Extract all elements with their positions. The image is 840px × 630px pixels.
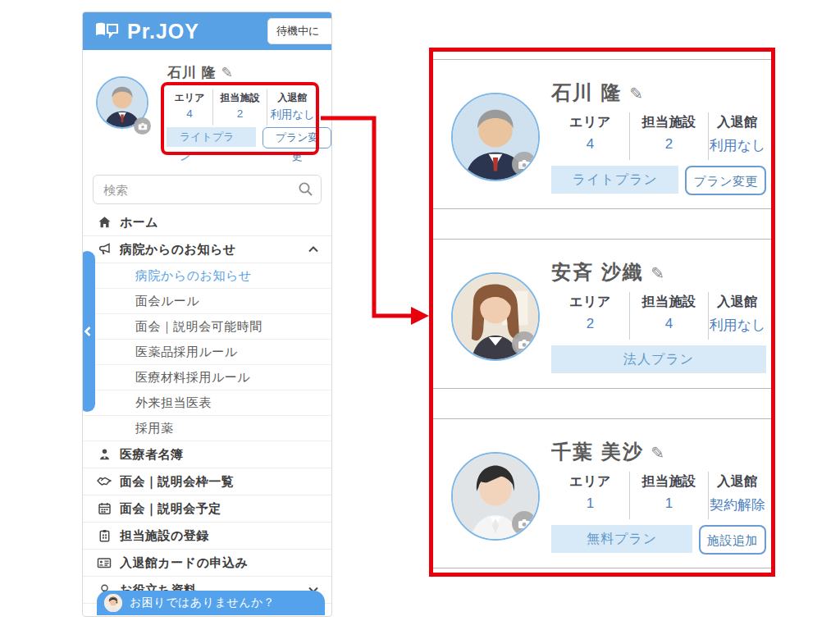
profile-name: 石川 隆 ✎: [167, 63, 234, 82]
sidebar-item-meeting-schedule[interactable]: 面会｜説明会予定: [83, 495, 331, 523]
camera-icon[interactable]: [134, 117, 151, 135]
chevron-up-icon: [307, 244, 320, 254]
submenu-hospital-news[interactable]: 病院からのお知らせ: [83, 263, 331, 289]
sidebar-item-hospital-news[interactable]: 病院からのお知らせ: [83, 236, 331, 263]
stat-area: エリア 4: [167, 89, 212, 126]
support-agent-avatar: [104, 594, 122, 612]
card-stats: エリア 1 担当施設 1 入退館 契約解除: [551, 472, 766, 519]
add-facility-button[interactable]: 施設追加: [699, 525, 766, 555]
submenu-outpatient-doctors[interactable]: 外来担当医表: [83, 390, 331, 416]
card-name: 安斉 沙織 ✎: [551, 259, 666, 285]
stat-entry: 入退館 利用なし: [708, 292, 766, 340]
camera-icon[interactable]: [512, 511, 536, 536]
id-card-icon: [97, 556, 112, 569]
stat-area: エリア 4: [551, 112, 629, 160]
search-row: [93, 175, 322, 204]
submenu-visit-hours[interactable]: 面会｜説明会可能時間: [83, 314, 331, 340]
card-stats: エリア 2 担当施設 4 入退館 利用なし: [551, 292, 766, 340]
stat-facilities: 担当施設 1: [629, 472, 708, 519]
profile-card-chiba: 千葉 美沙 ✎ エリア 1 担当施設 1 入退館 契約解除 無料プラン: [433, 418, 771, 568]
camera-icon[interactable]: [512, 152, 536, 176]
card-name: 石川 隆 ✎: [551, 80, 645, 106]
sidebar-item-medical-staff[interactable]: 医療者名簿: [83, 441, 331, 468]
submenu-drug-rules[interactable]: 医薬品採用ルール: [83, 340, 331, 365]
submenu-material-rules[interactable]: 医療材料採用ルール: [83, 365, 331, 390]
sidebar-item-meeting-slots[interactable]: 面会｜説明会枠一覧: [83, 468, 331, 495]
stat-entry: 入退館 利用なし: [267, 89, 317, 126]
stat-area: エリア 2: [551, 292, 629, 340]
camera-icon[interactable]: [512, 331, 536, 356]
home-icon: [97, 216, 112, 229]
submenu-visit-rules[interactable]: 面会ルール: [83, 289, 331, 314]
sidebar-collapse-handle[interactable]: [82, 251, 95, 412]
search-icon: [298, 181, 313, 197]
card-plan-row: 無料プラン 施設追加: [551, 525, 766, 555]
plan-chip: ライトプラン: [167, 127, 256, 147]
stat-entry: 入退館 契約解除: [708, 472, 766, 519]
edit-pencil-icon[interactable]: ✎: [651, 444, 666, 462]
stat-area: エリア 1: [551, 472, 629, 519]
card-plan-row: 法人プラン: [551, 345, 766, 373]
avatar: [451, 272, 540, 361]
plan-chip: 法人プラン: [551, 345, 766, 373]
zoom-detail-panel: 石川 隆 ✎ エリア 4 担当施設 2 入退館 利用なし ライトプラン: [429, 48, 775, 577]
search-input[interactable]: [93, 175, 322, 204]
app-header: Pr.JOY 待機中に: [83, 12, 331, 50]
standby-button[interactable]: 待機中に: [267, 18, 331, 44]
stat-facilities: 担当施設 2: [212, 89, 267, 126]
edit-pencil-icon[interactable]: ✎: [651, 264, 666, 282]
profile-stats: エリア 4 担当施設 2 入退館 利用なし: [167, 89, 317, 126]
edit-pencil-icon[interactable]: ✎: [221, 65, 233, 80]
card-stats: エリア 4 担当施設 2 入退館 利用なし: [551, 112, 766, 160]
avatar: [451, 93, 540, 181]
sidebar-item-facility-registration[interactable]: 担当施設の登録: [83, 523, 331, 550]
megaphone-icon: [97, 243, 112, 256]
book-chat-icon: [94, 21, 122, 41]
sidebar-profile: 石川 隆 ✎ エリア 4 担当施設 2 入退館 利用なし ライトプラン: [83, 50, 331, 168]
avatar: [451, 452, 540, 541]
chevron-left-icon: [84, 326, 92, 337]
calendar-icon: [97, 502, 112, 515]
help-bar[interactable]: お困りではありませんか？: [97, 591, 325, 615]
clipboard-icon: [97, 529, 112, 542]
submenu-adopted-drugs[interactable]: 採用薬: [83, 416, 331, 441]
change-plan-button[interactable]: プラン変更: [262, 127, 331, 148]
profile-plan-row: ライトプラン プラン変更: [167, 127, 331, 148]
help-bar-label: お困りではありませんか？: [130, 596, 275, 610]
change-plan-button[interactable]: プラン変更: [685, 166, 766, 195]
stat-facilities: 担当施設 4: [629, 292, 708, 340]
edit-pencil-icon[interactable]: ✎: [629, 84, 645, 103]
app-title: Pr.JOY: [127, 20, 199, 43]
plan-chip: ライトプラン: [551, 166, 678, 194]
sidebar-item-entry-card[interactable]: 入退館カードの申込み: [83, 550, 331, 577]
doctor-icon: [97, 448, 112, 461]
stat-entry: 入退館 利用なし: [708, 112, 766, 160]
app-logo: Pr.JOY: [94, 20, 199, 43]
profile-card-anzai: 安斉 沙織 ✎ エリア 2 担当施設 4 入退館 利用なし 法人プラン: [433, 239, 771, 389]
sidebar: Pr.JOY 待機中に 石川 隆 ✎: [82, 11, 332, 617]
stat-facilities: 担当施設 2: [629, 112, 708, 160]
sidebar-item-home[interactable]: ホーム: [83, 209, 331, 236]
card-plan-row: ライトプラン プラン変更: [551, 166, 766, 195]
handshake-icon: [97, 475, 112, 488]
card-name: 千葉 美沙 ✎: [551, 439, 666, 465]
plan-chip: 無料プラン: [551, 525, 692, 553]
annotation-arrow: [316, 107, 435, 328]
screenshot-stage: Pr.JOY 待機中に 石川 隆 ✎: [0, 0, 840, 630]
sidebar-menu: ホーム 病院からのお知らせ 病院からのお知らせ 面会ルール 面会｜説明会可能時間…: [83, 209, 331, 604]
profile-card-ishikawa: 石川 隆 ✎ エリア 4 担当施設 2 入退館 利用なし ライトプラン: [433, 59, 771, 209]
